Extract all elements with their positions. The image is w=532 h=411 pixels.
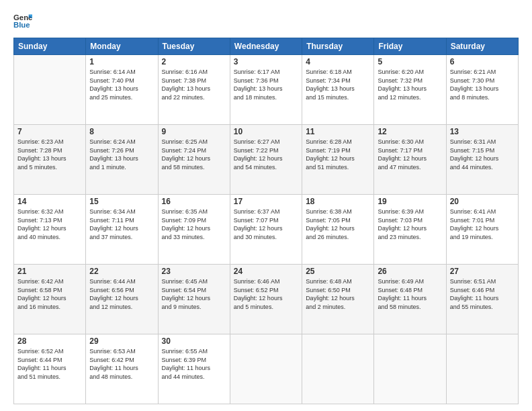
calendar-cell: 8Sunrise: 6:24 AM Sunset: 7:26 PM Daylig… <box>86 125 158 195</box>
day-number: 15 <box>89 197 154 206</box>
day-number: 5 <box>378 57 442 66</box>
cell-info: Sunrise: 6:21 AM Sunset: 7:30 PM Dayligh… <box>450 68 515 101</box>
calendar-cell <box>446 334 518 404</box>
calendar-cell: 6Sunrise: 6:21 AM Sunset: 7:30 PM Daylig… <box>446 55 518 125</box>
cell-info: Sunrise: 6:14 AM Sunset: 7:40 PM Dayligh… <box>89 68 154 101</box>
calendar-cell: 18Sunrise: 6:38 AM Sunset: 7:05 PM Dayli… <box>302 195 374 265</box>
cell-info: Sunrise: 6:55 AM Sunset: 6:39 PM Dayligh… <box>162 347 226 381</box>
cell-info: Sunrise: 6:28 AM Sunset: 7:19 PM Dayligh… <box>306 138 370 171</box>
cell-info: Sunrise: 6:39 AM Sunset: 7:03 PM Dayligh… <box>378 208 442 241</box>
calendar-cell: 15Sunrise: 6:34 AM Sunset: 7:11 PM Dayli… <box>86 195 158 265</box>
weekday-header: Wednesday <box>230 38 302 55</box>
calendar-cell: 26Sunrise: 6:49 AM Sunset: 6:48 PM Dayli… <box>374 265 446 334</box>
calendar-cell: 1Sunrise: 6:14 AM Sunset: 7:40 PM Daylig… <box>86 55 158 125</box>
calendar-cell: 9Sunrise: 6:25 AM Sunset: 7:24 PM Daylig… <box>158 125 230 195</box>
calendar-cell: 5Sunrise: 6:20 AM Sunset: 7:32 PM Daylig… <box>374 55 446 125</box>
day-number: 27 <box>450 267 515 276</box>
calendar-cell: 30Sunrise: 6:55 AM Sunset: 6:39 PM Dayli… <box>158 334 230 404</box>
day-number: 17 <box>234 197 298 206</box>
cell-info: Sunrise: 6:42 AM Sunset: 6:58 PM Dayligh… <box>17 277 82 311</box>
cell-info: Sunrise: 6:27 AM Sunset: 7:22 PM Dayligh… <box>234 138 298 171</box>
calendar-cell: 19Sunrise: 6:39 AM Sunset: 7:03 PM Dayli… <box>374 195 446 265</box>
day-number: 11 <box>306 127 370 136</box>
cell-info: Sunrise: 6:17 AM Sunset: 7:36 PM Dayligh… <box>234 68 298 101</box>
day-number: 7 <box>17 127 82 136</box>
calendar-cell: 13Sunrise: 6:31 AM Sunset: 7:15 PM Dayli… <box>446 125 518 195</box>
cell-info: Sunrise: 6:20 AM Sunset: 7:32 PM Dayligh… <box>378 68 442 101</box>
cell-info: Sunrise: 6:44 AM Sunset: 6:56 PM Dayligh… <box>89 277 154 311</box>
cell-info: Sunrise: 6:30 AM Sunset: 7:17 PM Dayligh… <box>378 138 442 171</box>
cell-info: Sunrise: 6:38 AM Sunset: 7:05 PM Dayligh… <box>306 208 370 241</box>
day-number: 23 <box>162 267 226 276</box>
cell-info: Sunrise: 6:23 AM Sunset: 7:28 PM Dayligh… <box>17 138 82 171</box>
cell-info: Sunrise: 6:34 AM Sunset: 7:11 PM Dayligh… <box>89 208 154 241</box>
cell-info: Sunrise: 6:46 AM Sunset: 6:52 PM Dayligh… <box>234 277 298 311</box>
cell-info: Sunrise: 6:35 AM Sunset: 7:09 PM Dayligh… <box>162 208 226 241</box>
day-number: 6 <box>450 57 515 66</box>
calendar-cell <box>302 334 374 404</box>
header: General Blue <box>13 12 519 31</box>
calendar-cell <box>230 334 302 404</box>
cell-info: Sunrise: 6:25 AM Sunset: 7:24 PM Dayligh… <box>162 138 226 171</box>
day-number: 1 <box>89 57 154 66</box>
weekday-header: Monday <box>86 38 158 55</box>
calendar-cell: 29Sunrise: 6:53 AM Sunset: 6:42 PM Dayli… <box>86 334 158 404</box>
calendar-cell: 4Sunrise: 6:18 AM Sunset: 7:34 PM Daylig… <box>302 55 374 125</box>
logo-icon: General Blue <box>13 12 32 31</box>
calendar-cell: 16Sunrise: 6:35 AM Sunset: 7:09 PM Dayli… <box>158 195 230 265</box>
calendar-cell: 12Sunrise: 6:30 AM Sunset: 7:17 PM Dayli… <box>374 125 446 195</box>
header-row: SundayMondayTuesdayWednesdayThursdayFrid… <box>14 38 519 55</box>
calendar-cell: 21Sunrise: 6:42 AM Sunset: 6:58 PM Dayli… <box>14 265 86 334</box>
cell-info: Sunrise: 6:49 AM Sunset: 6:48 PM Dayligh… <box>378 277 442 311</box>
day-number: 9 <box>162 127 226 136</box>
calendar-cell: 7Sunrise: 6:23 AM Sunset: 7:28 PM Daylig… <box>14 125 86 195</box>
cell-info: Sunrise: 6:16 AM Sunset: 7:38 PM Dayligh… <box>162 68 226 101</box>
calendar-cell: 28Sunrise: 6:52 AM Sunset: 6:44 PM Dayli… <box>14 334 86 404</box>
calendar-cell: 23Sunrise: 6:45 AM Sunset: 6:54 PM Dayli… <box>158 265 230 334</box>
day-number: 29 <box>89 336 154 346</box>
calendar-cell: 20Sunrise: 6:41 AM Sunset: 7:01 PM Dayli… <box>446 195 518 265</box>
day-number: 24 <box>234 267 298 276</box>
cell-info: Sunrise: 6:48 AM Sunset: 6:50 PM Dayligh… <box>306 277 370 311</box>
calendar-week-row: 1Sunrise: 6:14 AM Sunset: 7:40 PM Daylig… <box>14 55 519 125</box>
day-number: 16 <box>162 197 226 206</box>
day-number: 22 <box>89 267 154 276</box>
calendar-cell: 24Sunrise: 6:46 AM Sunset: 6:52 PM Dayli… <box>230 265 302 334</box>
day-number: 14 <box>17 197 82 206</box>
cell-info: Sunrise: 6:53 AM Sunset: 6:42 PM Dayligh… <box>89 347 154 381</box>
page: General Blue SundayMondayTuesdayWednesda… <box>0 0 532 411</box>
logo: General Blue <box>13 12 32 31</box>
day-number: 3 <box>234 57 298 66</box>
day-number: 26 <box>378 267 442 276</box>
calendar-week-row: 21Sunrise: 6:42 AM Sunset: 6:58 PM Dayli… <box>14 265 519 334</box>
day-number: 8 <box>89 127 154 136</box>
weekday-header: Friday <box>374 38 446 55</box>
svg-text:Blue: Blue <box>13 21 30 29</box>
calendar-week-row: 28Sunrise: 6:52 AM Sunset: 6:44 PM Dayli… <box>14 334 519 404</box>
day-number: 10 <box>234 127 298 136</box>
day-number: 4 <box>306 57 370 66</box>
calendar-cell: 25Sunrise: 6:48 AM Sunset: 6:50 PM Dayli… <box>302 265 374 334</box>
day-number: 19 <box>378 197 442 206</box>
calendar-cell: 17Sunrise: 6:37 AM Sunset: 7:07 PM Dayli… <box>230 195 302 265</box>
calendar-cell: 27Sunrise: 6:51 AM Sunset: 6:46 PM Dayli… <box>446 265 518 334</box>
day-number: 13 <box>450 127 515 136</box>
calendar-cell: 3Sunrise: 6:17 AM Sunset: 7:36 PM Daylig… <box>230 55 302 125</box>
day-number: 2 <box>162 57 226 66</box>
day-number: 28 <box>17 336 82 346</box>
weekday-header: Thursday <box>302 38 374 55</box>
calendar-cell: 11Sunrise: 6:28 AM Sunset: 7:19 PM Dayli… <box>302 125 374 195</box>
calendar-cell <box>374 334 446 404</box>
day-number: 12 <box>378 127 442 136</box>
cell-info: Sunrise: 6:45 AM Sunset: 6:54 PM Dayligh… <box>162 277 226 311</box>
day-number: 30 <box>162 336 226 346</box>
weekday-header: Sunday <box>14 38 86 55</box>
cell-info: Sunrise: 6:18 AM Sunset: 7:34 PM Dayligh… <box>306 68 370 101</box>
cell-info: Sunrise: 6:51 AM Sunset: 6:46 PM Dayligh… <box>450 277 515 311</box>
calendar-cell: 2Sunrise: 6:16 AM Sunset: 7:38 PM Daylig… <box>158 55 230 125</box>
cell-info: Sunrise: 6:52 AM Sunset: 6:44 PM Dayligh… <box>17 347 82 381</box>
calendar-cell: 22Sunrise: 6:44 AM Sunset: 6:56 PM Dayli… <box>86 265 158 334</box>
cell-info: Sunrise: 6:31 AM Sunset: 7:15 PM Dayligh… <box>450 138 515 171</box>
day-number: 20 <box>450 197 515 206</box>
calendar-cell: 14Sunrise: 6:32 AM Sunset: 7:13 PM Dayli… <box>14 195 86 265</box>
